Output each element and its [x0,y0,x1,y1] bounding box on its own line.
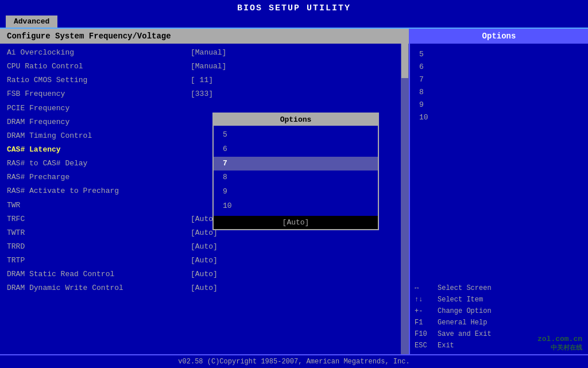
popup-item-6[interactable]: 6 [214,142,378,157]
option-val-5: 5 [419,48,579,61]
popup-item-8[interactable]: 8 [214,171,378,185]
popup-item-9[interactable]: 9 [214,185,378,199]
menu-items: Ai Overclocking [Manual] CPU Ratio Contr… [0,44,409,354]
main-content: Configure System Frequency/Voltage Ai Ov… [0,29,588,354]
key-select-item: ↑↓ Select Item [415,295,583,305]
option-val-8: 8 [419,86,579,99]
popup-item-5[interactable]: 5 [214,128,378,142]
option-val-10: 10 [419,111,579,124]
menu-item-ai-overclocking[interactable]: Ai Overclocking [Manual] [0,46,409,60]
menu-item-trrd[interactable]: TRRD [Auto] [0,240,409,254]
menu-item-trtp[interactable]: TRTP [Auto] [0,254,409,268]
watermark: zol.com.cn 中关村在线 [537,335,582,352]
section-header: Configure System Frequency/Voltage [0,29,409,44]
right-options-header: Options [410,29,588,44]
watermark-line2: 中关村在线 [537,343,582,352]
title-bar: BIOS SETUP UTILITY [0,0,588,16]
options-popup-header: Options [214,114,378,126]
right-panel: Options 5 6 7 8 9 10 ↔ Select Screen ↑↓ … [410,29,588,354]
popup-bottom-bar: [Auto] [214,216,378,229]
popup-item-10[interactable]: 10 [214,199,378,214]
menu-item-ratio-cmos[interactable]: Ratio CMOS Setting [ 11] [0,73,409,87]
app-title: BIOS SETUP UTILITY [237,3,351,13]
options-popup-list: 5 6 7 8 9 [214,126,378,216]
scrollbar-thumb[interactable] [401,44,408,78]
menu-item-fsb[interactable]: FSB Frequency [333] [0,87,409,101]
option-val-7: 7 [419,73,579,86]
footer: v02.58 (C)Copyright 1985-2007, American … [0,354,588,368]
menu-item-dram-static[interactable]: DRAM Static Read Control [Auto] [0,268,409,281]
options-values-list: 5 6 7 8 9 10 [410,44,588,280]
left-panel: Configure System Frequency/Voltage Ai Ov… [0,29,410,354]
tab-advanced[interactable]: Advanced [6,16,57,28]
menu-item-dram-dynamic[interactable]: DRAM Dynamic Write Control [Auto] [0,281,409,295]
option-val-6: 6 [419,61,579,73]
left-scrollbar[interactable] [401,44,409,354]
options-popup: Options 5 6 7 8 [212,113,379,230]
popup-item-7[interactable]: 7 [214,157,378,171]
option-val-9: 9 [419,99,579,111]
key-select-screen: ↔ Select Screen [415,283,583,293]
key-general-help: F1 General Help [415,317,583,328]
key-change-option: +- Change Option [415,306,583,316]
menu-item-cpu-ratio[interactable]: CPU Ratio Control [Manual] [0,60,409,73]
watermark-line1: zol.com.cn [537,335,582,343]
tab-row: Advanced [0,16,588,29]
